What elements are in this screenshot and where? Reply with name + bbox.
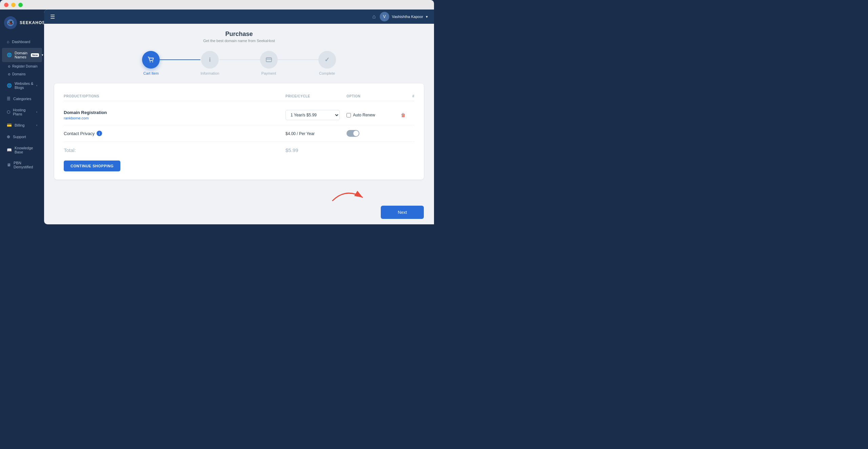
check-icon: ✓ [324,56,330,63]
avatar: V [380,12,389,21]
submenu-dot-icon [8,66,10,68]
col-price: PRICE/CYCLE [285,94,347,98]
step-line-3 [278,59,318,60]
svg-text:🎩: 🎩 [8,20,14,25]
total-label: Total: [64,147,285,153]
home-icon: ⌂ [7,39,9,44]
monitor-icon: 🖥 [7,163,11,167]
info-icon: i [209,56,211,63]
server-icon: ⬡ [7,110,10,114]
maximize-button[interactable] [18,3,23,7]
step-cart-label: Cart Item [143,71,159,75]
support-icon: ⊕ [7,134,10,139]
col-option: OPTION [347,94,401,98]
delete-cell: 🗑 [401,112,414,118]
logo-icon: 🎩 [4,16,17,29]
step-info-circle: i [201,51,219,69]
privacy-toggle-cell [347,130,401,137]
app-wrapper: 🎩 SEEKAHOST™ ⌂ Dashboard 🌐 Domain Names … [0,10,434,224]
sidebar-item-domains[interactable]: Domains [0,70,44,78]
sidebar-item-categories[interactable]: ☰ Categories [2,93,42,104]
svg-point-2 [150,61,151,62]
sidebar-item-billing[interactable]: 💳 Billing ‹ [2,120,42,131]
page-subtitle: Get the best domain name from SeekaHost [54,39,424,43]
privacy-price: $4.00 / Per Year [285,131,315,136]
total-row: Total: $5.99 [64,142,414,156]
step-payment: Payment [260,51,278,75]
option-cell: Auto Renew [347,113,401,117]
card-icon: 💳 [7,123,12,128]
table-header: PRODUCT/OPTIONS PRICE/CYCLE OPTION # [64,92,414,101]
book-icon: 📖 [7,148,12,152]
sidebar-item-domain-names[interactable]: 🌐 Domain Names New ▾ [2,48,42,62]
auto-renew-label[interactable]: Auto Renew [347,113,375,117]
window-chrome [0,0,434,10]
chevron-left-icon: ‹ [36,124,37,127]
sidebar-item-dashboard[interactable]: ⌂ Dashboard [2,36,42,47]
product-name: Domain Registration [64,110,285,115]
page-header: Purchase Get the best domain name from S… [54,31,424,43]
step-complete: ✓ Complete [318,51,336,75]
chevron-left-icon: ‹ [36,110,37,114]
step-line-2 [219,59,260,60]
privacy-label-cell: Contact Privacy i [64,131,285,136]
user-name: Vashishtha Kapoor [392,15,423,19]
home-icon[interactable]: ⌂ [372,14,376,20]
main-area: ☰ ⌂ V Vashishtha Kapoor ▾ Purchase Get t… [44,10,434,224]
bottom-bar: Next [44,202,434,224]
user-area[interactable]: V Vashishtha Kapoor ▾ [380,12,428,21]
globe-icon: 🌐 [7,83,12,88]
chevron-left-icon: ‹ [36,84,37,87]
step-line-1 [160,59,200,60]
product-domain[interactable]: rankborne.com [64,116,285,120]
step-information: i Information [200,51,219,75]
next-button[interactable]: Next [381,206,424,219]
content-area: Purchase Get the best domain name from S… [44,24,434,202]
delete-button[interactable]: 🗑 [401,112,406,118]
close-button[interactable] [4,3,8,7]
user-chevron-icon: ▾ [426,15,428,19]
product-info: Domain Registration rankborne.com [64,110,285,120]
step-complete-circle: ✓ [318,51,336,69]
step-payment-label: Payment [261,71,276,75]
total-price: $5.99 [285,147,347,153]
step-cart: Cart Item [142,51,160,75]
submenu-dot-icon [8,73,10,75]
sidebar: 🎩 SEEKAHOST™ ⌂ Dashboard 🌐 Domain Names … [0,10,44,224]
toggle-knob [353,131,359,136]
hamburger-icon[interactable]: ☰ [50,14,55,20]
auto-renew-checkbox[interactable] [347,113,351,117]
topbar: ☰ ⌂ V Vashishtha Kapoor ▾ [44,10,434,24]
domain-registration-row: Domain Registration rankborne.com 1 Year… [64,105,414,125]
continue-shopping-button[interactable]: CONTINUE SHOPPING [64,161,120,171]
col-product: PRODUCT/OPTIONS [64,94,285,98]
sidebar-item-hosting-plans[interactable]: ⬡ Hosting Plans ‹ [2,105,42,119]
grid-icon: ☰ [7,96,11,101]
step-payment-circle [260,51,278,69]
sidebar-item-pbn-demystified[interactable]: 🖥 PBN Demystified [2,158,42,172]
logo-area: 🎩 SEEKAHOST™ [0,13,44,36]
svg-point-3 [152,61,153,62]
privacy-toggle[interactable] [347,130,359,137]
purchase-card: PRODUCT/OPTIONS PRICE/CYCLE OPTION # Dom… [54,83,424,180]
step-cart-circle [142,51,160,69]
page-title: Purchase [54,31,424,38]
chevron-down-icon: ▾ [42,53,43,57]
svg-rect-4 [266,58,272,62]
step-complete-label: Complete [319,71,335,75]
sidebar-item-support[interactable]: ⊕ Support [2,131,42,142]
contact-privacy-text: Contact Privacy [64,131,95,136]
privacy-price-cell: $4.00 / Per Year [285,130,347,136]
col-hash: # [401,94,414,98]
price-cycle-select[interactable]: 1 Year/s $5.99 2 Year/s $11.98 3 Year/s … [285,110,340,120]
step-info-label: Information [200,71,219,75]
minimize-button[interactable] [11,3,16,7]
sidebar-item-websites-blogs[interactable]: 🌐 Websites & Blogs ‹ [2,78,42,93]
sidebar-item-knowledge-base[interactable]: 📖 Knowledge Base [2,143,42,157]
arrow-annotation [329,184,370,206]
info-icon[interactable]: i [97,131,102,136]
price-cell: 1 Year/s $5.99 2 Year/s $11.98 3 Year/s … [285,110,347,120]
steps-container: Cart Item i Information [54,51,424,75]
globe-icon: 🌐 [7,53,12,57]
sidebar-item-register-domain[interactable]: Register Domain [0,62,44,70]
